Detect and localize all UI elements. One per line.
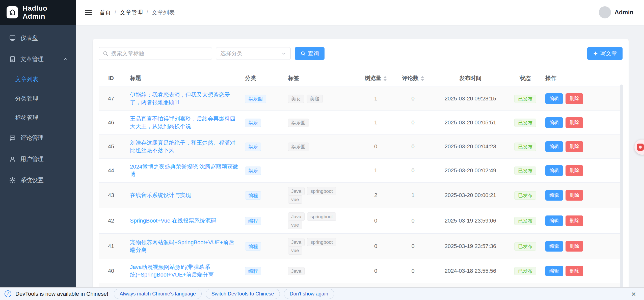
tag-chip: 美女 (288, 95, 304, 103)
comments-value: 0 (393, 159, 433, 183)
row-id: 42 (99, 208, 123, 234)
delete-button[interactable]: 删除 (566, 93, 583, 104)
comments-value: 0 (393, 259, 433, 283)
close-icon[interactable]: × (630, 290, 637, 298)
comments-value: 0 (393, 208, 433, 234)
articles-submenu: 文章列表 分类管理 标签管理 (0, 70, 76, 127)
category-tag: 编程 (245, 191, 261, 200)
tag-chip: Java (288, 187, 305, 195)
row-id: 45 (99, 135, 123, 159)
sidebar-menu: 仪表盘 文章管理 文章列表 分类管理 标签管理 (0, 25, 76, 191)
status-tag: 已发布 (514, 143, 536, 151)
sidebar-item-label: 仪表盘 (20, 34, 38, 42)
devtools-switch-chinese-button[interactable]: Switch DevTools to Chinese (206, 289, 280, 299)
article-title-link[interactable]: SpringBoot+Vue 在线投票系统源码 (130, 217, 216, 224)
sort-caret-views[interactable] (383, 76, 387, 81)
column-header-views[interactable]: 浏览量 (358, 70, 393, 87)
article-title-link[interactable]: 伊能静：我眷恋表演，但我又太想谈恋爱了，两者很难兼顾11 (130, 92, 230, 105)
logo: Hadluo Admin (0, 0, 76, 25)
sidebar-item-settings[interactable]: 系统设置 (0, 170, 76, 191)
topbar: 首页 / 文章管理 / 文章列表 Admin (76, 0, 644, 25)
sort-caret-comments[interactable] (421, 76, 424, 81)
publish-time: 2025-03-20 00:02:49 (433, 159, 508, 183)
sidebar-item-articles[interactable]: 文章管理 (0, 48, 76, 70)
sidebar-item-label: 评论管理 (20, 134, 44, 142)
article-table-body: 47 伊能静：我眷恋表演，但我又太想谈恋爱了，两者很难兼顾11 娱乐圈 美女美腿… (99, 87, 623, 288)
devtools-dont-show-button[interactable]: Don't show again (284, 289, 334, 299)
publish-time: 2025-03-20 00:05:51 (433, 111, 508, 135)
table-row: 41 宠物领养网站源码+SpringBoot+VUE+前后端分离 编程 Java… (99, 234, 623, 259)
sidebar-item-comments[interactable]: 评论管理 (0, 127, 76, 148)
edit-button[interactable]: 编辑 (545, 117, 563, 128)
edit-button[interactable]: 编辑 (545, 141, 563, 152)
sidebar-item-label: 用户管理 (20, 155, 44, 163)
publish-time: 2025-03-20 00:04:23 (433, 135, 508, 159)
article-title-link[interactable]: 在线音乐系统设计与实现 (130, 192, 191, 198)
tags-cell: 操作系统 (285, 283, 358, 288)
breadcrumb-home[interactable]: 首页 (99, 9, 111, 16)
devtools-infobar: i DevTools is now available in Chinese! … (0, 287, 644, 300)
breadcrumb: 首页 / 文章管理 / 文章列表 (99, 9, 175, 16)
delete-button[interactable]: 删除 (566, 241, 583, 252)
dashboard-icon (9, 35, 16, 41)
column-header-comments[interactable]: 评论数 (393, 70, 433, 87)
query-button[interactable]: 查询 (295, 47, 325, 60)
sidebar-item-category-management[interactable]: 分类管理 (0, 89, 76, 108)
comments-value: 0 (393, 111, 433, 135)
status-tag: 已发布 (514, 95, 536, 103)
floating-widget-icon (637, 144, 644, 151)
status-tag: 已发布 (514, 267, 536, 275)
plus-icon (593, 51, 598, 56)
sidebar-item-dashboard[interactable]: 仪表盘 (0, 27, 76, 48)
tag-chip: springboot (307, 212, 336, 221)
delete-button[interactable]: 删除 (566, 190, 583, 201)
sidebar-item-tag-management[interactable]: 标签管理 (0, 108, 76, 127)
hamburger-icon[interactable] (84, 8, 92, 16)
delete-button[interactable]: 删除 (566, 117, 583, 128)
edit-button[interactable]: 编辑 (545, 241, 563, 252)
user-menu[interactable]: Admin (599, 6, 633, 18)
category-select[interactable]: 选择分类 (216, 47, 291, 60)
tags-cell (285, 159, 358, 183)
edit-button[interactable]: 编辑 (545, 190, 563, 201)
column-header-title: 标题 (123, 70, 242, 87)
breadcrumb-article-management[interactable]: 文章管理 (120, 9, 143, 16)
publish-time: 2025-03-19 23:54:18 (433, 283, 508, 288)
publish-time: 2025-03-19 23:59:06 (433, 208, 508, 234)
avatar[interactable] (599, 6, 611, 18)
article-title-link[interactable]: Java动漫视频网站源码(带弹幕系统)+SpringBoot+VUE+前后端分离 (130, 264, 214, 278)
edit-button[interactable]: 编辑 (545, 215, 563, 226)
tags-cell: Javaspringbootvue (285, 208, 358, 234)
tags-cell: 美女美腿 (285, 87, 358, 111)
article-title-link[interactable]: 宠物领养网站源码+SpringBoot+VUE+前后端分离 (130, 239, 234, 253)
comments-value: 0 (393, 87, 433, 111)
sidebar-item-article-list[interactable]: 文章列表 (0, 70, 76, 89)
status-tag: 已发布 (514, 167, 536, 175)
table-row: 42 SpringBoot+Vue 在线投票系统源码 编程 Javaspring… (99, 208, 623, 234)
column-header-publish-time: 发布时间 (433, 70, 508, 87)
edit-button[interactable]: 编辑 (545, 165, 563, 176)
edit-button[interactable]: 编辑 (545, 266, 563, 276)
edit-button[interactable]: 编辑 (545, 93, 563, 104)
devtools-match-language-button[interactable]: Always match Chrome's language (114, 289, 202, 299)
search-input[interactable] (111, 50, 208, 57)
status-tag: 已发布 (514, 191, 536, 200)
tag-chip: springboot (307, 187, 336, 195)
sidebar-item-label: 文章列表 (15, 75, 38, 83)
info-icon: i (5, 290, 11, 297)
article-title-link[interactable]: 王晶直言不怕得罪刘嘉玲，后续会再爆料四大天王，从矮到高挨个说 (130, 116, 235, 129)
delete-button[interactable]: 删除 (566, 266, 583, 276)
devtools-message: DevTools is now available in Chinese! (15, 291, 108, 297)
tag-chip: vue (288, 246, 302, 255)
page-content: 选择分类 查询 写文章 (76, 25, 644, 287)
article-title-link[interactable]: 刘浩存这腿真是绝绝子，和王楚然、程潇对比也丝毫不落下风 (130, 140, 235, 153)
delete-button[interactable]: 删除 (566, 165, 583, 176)
delete-button[interactable]: 删除 (566, 215, 583, 226)
toolbar: 选择分类 查询 写文章 (99, 47, 623, 60)
write-article-button[interactable]: 写文章 (587, 47, 623, 60)
article-title-link[interactable]: 2024微博之夜盛典荣誉揭晓 沈腾赵丽颖获微博 (130, 163, 238, 177)
table-scrollbar[interactable] (620, 85, 623, 287)
sidebar-item-users[interactable]: 用户管理 (0, 148, 76, 170)
delete-button[interactable]: 删除 (566, 141, 583, 152)
column-header-id: ID (99, 70, 123, 87)
